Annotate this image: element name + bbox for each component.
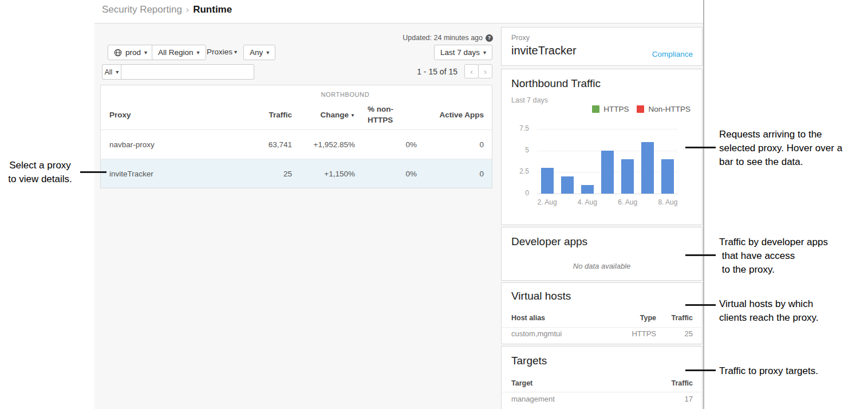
y-axis-tick-label: 7.5 bbox=[508, 124, 529, 132]
search-input[interactable] bbox=[121, 64, 254, 80]
breadcrumb: Security Reporting › Runtime bbox=[102, 4, 232, 15]
help-icon[interactable]: ? bbox=[486, 34, 493, 42]
chart-subtitle: Last 7 days bbox=[511, 96, 548, 104]
column-header-type: Type bbox=[610, 314, 656, 322]
developer-apps-title: Developer apps bbox=[511, 235, 587, 248]
chart-bar-slot bbox=[577, 129, 597, 194]
updated-text: Updated: 24 minutes ago bbox=[403, 34, 483, 42]
x-axis-tick-label: 6. Aug bbox=[610, 198, 645, 206]
chart-x-axis: 2. Aug4. Aug6. Aug8. Aug bbox=[537, 198, 678, 207]
column-header-host-alias: Host alias bbox=[511, 314, 610, 322]
cell-proxy-name: inviteTracker bbox=[109, 170, 226, 178]
column-header-active-apps[interactable]: Active Apps bbox=[417, 111, 484, 119]
column-header-target: Target bbox=[511, 379, 656, 387]
annotation-northbound-chart: Requests arriving to the selected proxy.… bbox=[719, 128, 842, 169]
selected-proxy-name: inviteTracker bbox=[511, 44, 577, 57]
proxies-dropdown[interactable]: Proxies ▾ bbox=[207, 48, 237, 56]
table-row-navbar-proxy[interactable]: navbar-proxy 63,741 +1,952.85% 0% 0 bbox=[101, 129, 492, 159]
virtual-hosts-title: Virtual hosts bbox=[511, 290, 571, 302]
caret-down-icon: ▾ bbox=[483, 50, 486, 56]
y-axis-tick-label: 0 bbox=[508, 189, 529, 197]
caret-down-icon: ▾ bbox=[197, 50, 200, 56]
targets-title: Targets bbox=[511, 355, 547, 367]
change-label: Change bbox=[321, 111, 349, 119]
target-row: management 17 bbox=[511, 395, 693, 403]
https-swatch-icon bbox=[592, 105, 599, 113]
chart-gridline bbox=[537, 194, 678, 194]
annotation-line bbox=[685, 147, 716, 148]
annotation-select-proxy: Select a proxy to view details. bbox=[0, 159, 80, 186]
table-row-invitetracker-selected[interactable]: inviteTracker 25 +1,150% 0% 0 bbox=[101, 159, 492, 188]
cell-traffic: 25 bbox=[226, 170, 292, 178]
chart-bar-slot bbox=[658, 129, 678, 194]
chart-legend: HTTPS Non-HTTPS bbox=[592, 105, 691, 113]
northbound-traffic-card: Northbound Traffic Last 7 days HTTPS Non… bbox=[501, 69, 703, 225]
column-header-proxy[interactable]: Proxy bbox=[109, 111, 226, 119]
virtual-hosts-card: Virtual hosts Host alias Type Traffic cu… bbox=[501, 282, 703, 344]
traffic-bar[interactable] bbox=[661, 159, 674, 194]
legend-item-non-https: Non-HTTPS bbox=[637, 105, 691, 113]
northbound-group-header: NORTHBOUND bbox=[321, 91, 370, 98]
compliance-link[interactable]: Compliance bbox=[652, 50, 693, 58]
traffic-bar[interactable] bbox=[581, 185, 594, 194]
traffic-bar[interactable] bbox=[621, 159, 634, 194]
traffic-bar[interactable] bbox=[601, 151, 614, 194]
x-axis-tick-label: 2. Aug bbox=[530, 198, 565, 206]
cell-host-alias: custom,mgmtui bbox=[511, 329, 610, 338]
region-label: All Region bbox=[158, 48, 194, 57]
pagination-range: 1 - 15 of 15 bbox=[417, 67, 457, 76]
x-axis-tick-label: 4. Aug bbox=[570, 198, 605, 206]
previous-page-button[interactable]: ‹ bbox=[464, 64, 479, 78]
caret-down-icon: ▾ bbox=[266, 50, 269, 56]
legend-item-https: HTTPS bbox=[592, 105, 629, 113]
any-label: Any bbox=[250, 48, 263, 57]
developer-apps-card: Developer apps No data available bbox=[501, 227, 703, 281]
caret-down-icon: ▾ bbox=[234, 49, 237, 55]
caret-down-icon: ▾ bbox=[116, 69, 119, 75]
chart-bar-slot bbox=[638, 129, 658, 194]
y-axis-tick-label: 5 bbox=[508, 146, 529, 154]
globe-icon bbox=[114, 49, 122, 57]
any-filter-dropdown[interactable]: Any ▾ bbox=[243, 45, 275, 60]
environment-dropdown[interactable]: prod ▾ bbox=[108, 45, 153, 60]
virtual-hosts-header-row: Host alias Type Traffic bbox=[511, 314, 693, 322]
traffic-bar[interactable] bbox=[641, 142, 654, 194]
updated-status: Updated: 24 minutes ago ? bbox=[403, 34, 493, 42]
annotation-line bbox=[685, 254, 716, 256]
chart-title: Northbound Traffic bbox=[511, 77, 601, 90]
traffic-bar[interactable] bbox=[541, 168, 554, 194]
page: Security Reporting › Runtime Updated: 24… bbox=[0, 0, 868, 409]
search-scope-dropdown[interactable]: All ▾ bbox=[102, 64, 121, 80]
divider bbox=[502, 327, 701, 328]
annotation-line bbox=[80, 171, 106, 173]
breadcrumb-separator-icon: › bbox=[182, 5, 193, 15]
column-header-change[interactable]: Change▼ bbox=[292, 111, 355, 119]
region-dropdown[interactable]: All Region ▾ bbox=[152, 45, 206, 60]
cell-pct-non-https: 0% bbox=[355, 170, 417, 178]
table-group-row: NORTHBOUND bbox=[101, 85, 492, 103]
next-page-button[interactable]: › bbox=[478, 64, 492, 78]
proxy-label: Proxy bbox=[511, 34, 530, 42]
pct-non-https-label: % non-HTTPS bbox=[368, 104, 397, 125]
cell-change: +1,952.85% bbox=[292, 140, 355, 149]
pagination: 1 - 15 of 15 ‹ › bbox=[417, 64, 492, 78]
traffic-bar[interactable] bbox=[561, 176, 574, 194]
date-range-label: Last 7 days bbox=[440, 48, 480, 57]
breadcrumb-section[interactable]: Security Reporting bbox=[102, 4, 182, 15]
chart-bars bbox=[537, 129, 678, 194]
proxy-table: NORTHBOUND Proxy Traffic Change▼ % non-H… bbox=[100, 85, 492, 188]
chart-bar-slot bbox=[597, 129, 617, 194]
environment-label: prod bbox=[125, 48, 141, 57]
column-header-pct-non-https[interactable]: % non-HTTPS bbox=[355, 104, 417, 125]
divider bbox=[502, 392, 701, 392]
cell-active-apps: 0 bbox=[417, 140, 484, 149]
proxies-label: Proxies bbox=[207, 48, 232, 56]
column-header-traffic[interactable]: Traffic bbox=[226, 111, 292, 119]
non-https-swatch-icon bbox=[637, 105, 644, 113]
caret-down-icon: ▾ bbox=[144, 50, 147, 56]
annotation-virtual-hosts: Virtual hosts by which clients reach the… bbox=[719, 297, 819, 325]
cell-target: management bbox=[511, 395, 656, 403]
date-range-dropdown[interactable]: Last 7 days ▾ bbox=[434, 45, 492, 60]
targets-card: Targets Target Traffic management 17 bbox=[501, 346, 703, 409]
sort-descending-icon: ▼ bbox=[350, 113, 355, 118]
